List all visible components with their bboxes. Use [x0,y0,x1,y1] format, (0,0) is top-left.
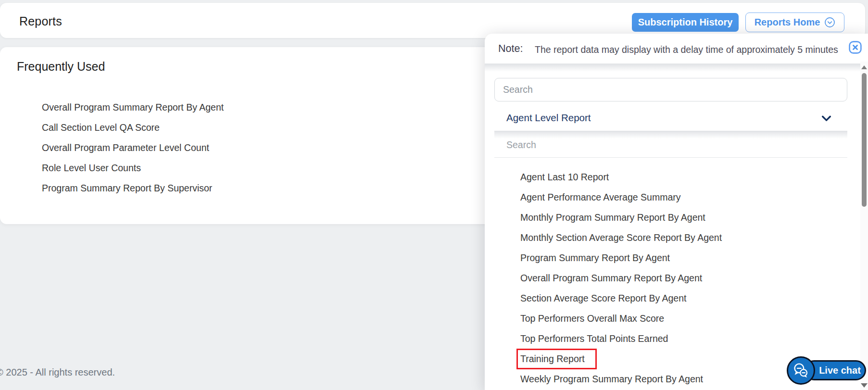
copyright-text: © 2025 - All rights reserved. [0,367,115,378]
close-panel-button[interactable] [849,41,862,54]
frequently-used-title: Frequently Used [17,60,105,74]
chat-bubbles-icon [792,362,810,379]
reports-home-label: Reports Home [755,17,820,28]
report-item-label: Overall Program Summary Report By Agent [520,273,702,284]
page-title: Reports [19,14,62,28]
scroll-down-arrow-icon[interactable] [861,383,868,388]
report-list-item[interactable]: Program Summary Report By Agent [520,248,828,268]
top-bar: Reports Subscription History Reports Hom… [0,3,865,38]
report-item-label: Monthly Program Summary Report By Agent [520,212,705,223]
note-label: Note: [498,43,523,55]
note-message: The report data may display with a delay… [535,44,838,55]
close-icon [849,41,862,54]
subscription-history-button[interactable]: Subscription History [632,13,739,32]
chevron-down-icon [820,113,832,126]
live-chat-label: Live chat [819,365,861,376]
report-list-item[interactable]: Monthly Section Average Score Report By … [520,227,828,248]
reports-home-button[interactable]: Reports Home [745,13,844,32]
report-list-item[interactable]: Weekly Program Summary Report By Agent [520,369,828,389]
report-list-item[interactable]: Overall Program Summary Report By Agent [520,268,828,288]
report-list-item[interactable]: Top Performers Overall Max Score [520,308,828,328]
chevron-down-circle-icon [824,17,835,28]
report-list-item[interactable]: Top Performers Total Points Earned [520,328,828,349]
category-search-input[interactable] [494,133,847,158]
frequently-used-item[interactable]: Overall Program Summary Report By Agent [42,97,224,117]
report-list: Agent Last 10 Report Agent Performance A… [520,167,828,389]
scrollbar-thumb[interactable] [862,73,867,207]
report-item-label: Training Report [516,349,597,369]
reports-page: Reports Subscription History Reports Hom… [0,0,868,390]
report-item-label: Weekly Program Summary Report By Agent [520,374,703,385]
category-dropdown[interactable]: Agent Level Report [485,107,849,131]
report-item-label: Top Performers Overall Max Score [520,313,664,324]
category-dropdown-label: Agent Level Report [506,112,591,124]
report-list-item[interactable]: Agent Last 10 Report [520,167,828,187]
panel-scrollbar[interactable] [860,62,868,390]
frequently-used-item[interactable]: Overall Program Parameter Level Count [42,138,224,158]
report-picker-panel: Note: The report data may display with a… [485,34,868,390]
report-list-item[interactable]: Section Average Score Report By Agent [520,288,828,308]
report-list-item[interactable]: Monthly Program Summary Report By Agent [520,207,828,227]
report-item-label: Agent Last 10 Report [520,172,609,183]
report-item-label: Top Performers Total Points Earned [520,333,668,344]
frequently-used-card: Frequently Used Overall Program Summary … [0,47,503,224]
live-chat-icon-button[interactable] [787,356,815,385]
scroll-up-arrow-icon[interactable] [861,65,867,69]
report-list-item[interactable]: Training Report [520,349,828,369]
frequently-used-item[interactable]: Call Section Level QA Score [42,117,224,138]
frequently-used-item[interactable]: Role Level User Counts [42,158,224,178]
panel-header-divider [485,63,868,72]
report-item-label: Program Summary Report By Agent [520,252,670,264]
report-item-label: Section Average Score Report By Agent [520,293,686,304]
report-list-item[interactable]: Agent Performance Average Summary [520,187,828,207]
report-item-label: Monthly Section Average Score Report By … [520,232,722,243]
report-search-input[interactable] [494,78,847,101]
frequently-used-item[interactable]: Program Summary Report By Supervisor [42,178,224,198]
report-item-label: Agent Performance Average Summary [520,192,680,203]
frequently-used-list: Overall Program Summary Report By AgentC… [42,97,224,198]
